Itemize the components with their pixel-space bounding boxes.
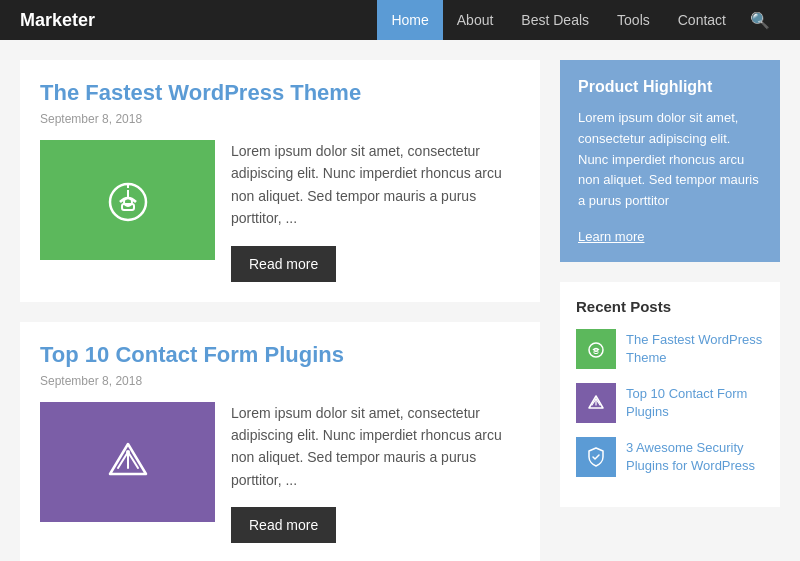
nav-item-contact[interactable]: Contact bbox=[664, 0, 740, 40]
post-text-block-1: Lorem ipsum dolor sit amet, consectetur … bbox=[231, 140, 520, 282]
post-card-1: The Fastest WordPress Theme September 8,… bbox=[20, 60, 540, 302]
post-date-1: September 8, 2018 bbox=[40, 112, 520, 126]
post-excerpt-2: Lorem ipsum dolor sit amet, consectetur … bbox=[231, 402, 520, 492]
nav-item-tools[interactable]: Tools bbox=[603, 0, 664, 40]
search-icon[interactable]: 🔍 bbox=[740, 11, 780, 30]
post-title-2[interactable]: Top 10 Contact Form Plugins bbox=[40, 342, 520, 368]
post-card-2: Top 10 Contact Form Plugins September 8,… bbox=[20, 322, 540, 561]
nav-item-best-deals[interactable]: Best Deals bbox=[507, 0, 603, 40]
recent-post-item-2: Top 10 Contact Form Plugins bbox=[576, 383, 764, 423]
nav-item-about[interactable]: About bbox=[443, 0, 508, 40]
recent-post-item-3: 3 Awesome Security Plugins for WordPress bbox=[576, 437, 764, 477]
read-more-button-2[interactable]: Read more bbox=[231, 507, 336, 543]
content-column: The Fastest WordPress Theme September 8,… bbox=[20, 60, 540, 561]
recent-post-thumb-3 bbox=[576, 437, 616, 477]
svg-point-9 bbox=[126, 450, 130, 454]
main-container: The Fastest WordPress Theme September 8,… bbox=[0, 40, 800, 561]
post-excerpt-1: Lorem ipsum dolor sit amet, consectetur … bbox=[231, 140, 520, 230]
post-title-1[interactable]: The Fastest WordPress Theme bbox=[40, 80, 520, 106]
nav-item-home[interactable]: Home bbox=[377, 0, 442, 40]
recent-posts-widget: Recent Posts The Fastest WordPress Theme bbox=[560, 282, 780, 507]
recent-post-link-3[interactable]: 3 Awesome Security Plugins for WordPress bbox=[626, 439, 764, 475]
main-nav: Home About Best Deals Tools Contact 🔍 bbox=[377, 0, 780, 40]
recent-post-thumb-1 bbox=[576, 329, 616, 369]
product-highlight-title: Product Highlight bbox=[578, 78, 762, 96]
product-highlight-widget: Product Highlight Lorem ipsum dolor sit … bbox=[560, 60, 780, 262]
header: Marketer Home About Best Deals Tools Con… bbox=[0, 0, 800, 40]
read-more-button-1[interactable]: Read more bbox=[231, 246, 336, 282]
post-thumbnail-2 bbox=[40, 402, 215, 522]
svg-rect-12 bbox=[594, 351, 598, 354]
post-thumbnail-1 bbox=[40, 140, 215, 260]
svg-point-0 bbox=[110, 184, 146, 220]
site-logo: Marketer bbox=[20, 10, 377, 31]
post-content-1: Lorem ipsum dolor sit amet, consectetur … bbox=[40, 140, 520, 282]
recent-post-link-1[interactable]: The Fastest WordPress Theme bbox=[626, 331, 764, 367]
post-text-block-2: Lorem ipsum dolor sit amet, consectetur … bbox=[231, 402, 520, 544]
recent-post-item-1: The Fastest WordPress Theme bbox=[576, 329, 764, 369]
product-highlight-text: Lorem ipsum dolor sit amet, consectetur … bbox=[578, 108, 762, 212]
post-content-2: Lorem ipsum dolor sit amet, consectetur … bbox=[40, 402, 520, 544]
recent-post-thumb-2 bbox=[576, 383, 616, 423]
recent-posts-title: Recent Posts bbox=[576, 298, 764, 315]
svg-point-10 bbox=[589, 343, 603, 357]
learn-more-link[interactable]: Learn more bbox=[578, 229, 644, 244]
recent-post-link-2[interactable]: Top 10 Contact Form Plugins bbox=[626, 385, 764, 421]
sidebar: Product Highlight Lorem ipsum dolor sit … bbox=[560, 60, 780, 561]
post-date-2: September 8, 2018 bbox=[40, 374, 520, 388]
